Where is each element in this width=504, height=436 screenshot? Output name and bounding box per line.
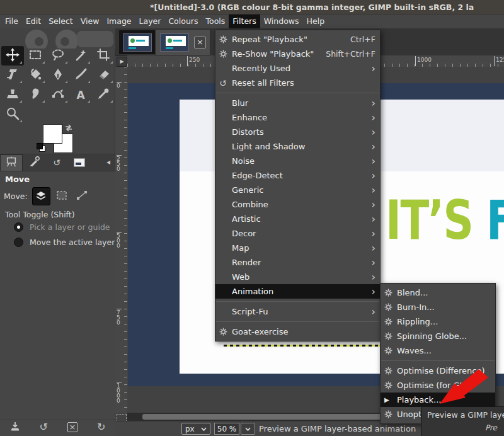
menu-item-reshow[interactable]: Re-Show "Playback" Shift+Ctrl+F (215, 47, 380, 61)
default-colors-icon[interactable] (37, 143, 45, 152)
tool-crop-button[interactable] (92, 46, 115, 66)
tool-eraser-button[interactable] (92, 66, 115, 85)
menu-select[interactable]: Select (45, 14, 77, 28)
menu-colours[interactable]: Colours (164, 14, 202, 28)
submenu-item-blend[interactable]: Blend... (381, 285, 495, 300)
menu-windows[interactable]: Windows (260, 14, 303, 28)
gimp-window: *[Untitled]-3.0 (RGB colour 8-bit gamma … (0, 0, 504, 436)
menu-item-repeat[interactable]: Repeat "Playback" Ctrl+F (215, 32, 380, 47)
menu-item-artistic[interactable]: Artistic› (215, 212, 380, 226)
menu-item-generic[interactable]: Generic› (215, 183, 380, 197)
menu-item-goat-exercise[interactable]: Goat-exercise (215, 324, 380, 339)
menu-item-distorts[interactable]: Distorts› (215, 125, 380, 139)
menu-item-edge-detect[interactable]: Edge-Detect› (215, 168, 380, 183)
menu-help[interactable]: Help (303, 14, 329, 28)
submenu-arrow-icon: › (372, 307, 375, 316)
image-tab-2[interactable]: × (155, 29, 210, 55)
menu-view[interactable]: View (77, 14, 103, 28)
tool-shear-button[interactable] (1, 66, 24, 85)
v-ruler-label: 500 (117, 232, 122, 248)
close-tab-icon[interactable]: × (194, 37, 206, 49)
menu-item-combine[interactable]: Combine› (215, 197, 380, 212)
menu-item-reset-all-filters[interactable]: ↺ Reset all Filters (215, 76, 380, 90)
menu-item-noise[interactable]: Noise› (215, 154, 380, 168)
filters-menu: Repeat "Playback" Ctrl+F Re-Show "Playba… (215, 30, 381, 341)
tab-device-status[interactable] (23, 154, 45, 171)
tool-move-button[interactable] (1, 46, 24, 66)
collapse-dock-icon[interactable]: ◂ (104, 157, 113, 167)
chevron-down-icon (245, 427, 251, 431)
menu-item-web[interactable]: Web› (215, 270, 380, 284)
menu-tools[interactable]: Tools (202, 14, 229, 28)
tool-text-button[interactable]: A (69, 85, 92, 105)
image-tab-1[interactable] (119, 30, 155, 54)
menu-separator (216, 93, 379, 93)
path-icon (75, 188, 89, 205)
menu-layer[interactable]: Layer (135, 14, 165, 28)
menu-item-blur[interactable]: Blur› (215, 96, 380, 110)
delete-preset-icon[interactable]: × (67, 422, 77, 432)
zoom-select-button[interactable] (241, 423, 255, 435)
submenu-item-optimise-gif[interactable]: Optimise (for GIF) (381, 378, 495, 393)
menu-item-animation[interactable]: Animation› (215, 284, 380, 299)
swap-colors-icon[interactable] (64, 123, 73, 135)
menu-image[interactable]: Image (103, 14, 135, 28)
menu-item-decor[interactable]: Decor› (215, 226, 380, 241)
menu-item-light-and-shadow[interactable]: Light and Shadow› (215, 139, 380, 154)
tool-paintbrush-button[interactable] (69, 66, 92, 85)
restore-preset-icon[interactable]: ↺ (40, 422, 48, 433)
reset-tool-icon[interactable]: ↻ (97, 422, 105, 433)
vertical-ruler[interactable]: 0 250 500 750 1000 (115, 67, 128, 413)
save-preset-icon[interactable] (10, 421, 20, 433)
submenu-arrow-icon: › (372, 157, 375, 166)
submenu-arrow-icon: › (372, 128, 375, 137)
move-layer-button[interactable] (32, 187, 50, 205)
zoom-level-field[interactable]: 50 % (214, 423, 239, 435)
text-icon: A (76, 89, 84, 101)
menu-item-script-fu[interactable]: Script-Fu› (215, 304, 380, 319)
gear-icon (384, 303, 395, 311)
clone-icon (6, 87, 20, 103)
move-selection-button[interactable] (54, 188, 71, 205)
tool-color-picker-button[interactable] (92, 85, 115, 105)
foreground-color-swatch[interactable] (43, 124, 62, 144)
submenu-item-burn-in[interactable]: Burn-In... (381, 300, 495, 314)
tool-toggle-label: Tool Toggle (Shift) (5, 210, 75, 219)
menu-edit[interactable]: Edit (22, 14, 45, 28)
image-menu-corner-button[interactable]: ▶ (117, 57, 127, 67)
submenu-arrow-icon: › (372, 200, 375, 209)
submenu-item-waves[interactable]: Waves... (381, 343, 495, 358)
tool-ink-button[interactable] (47, 66, 69, 85)
tab-image-thumbnail[interactable] (68, 154, 91, 171)
menu-item-recently-used[interactable]: Recently Used › (215, 61, 380, 76)
menu-filters[interactable]: Filters (229, 14, 260, 28)
tool-clone-button[interactable] (1, 85, 24, 105)
menu-item-enhance[interactable]: Enhance› (215, 110, 380, 125)
submenu-item-playback[interactable]: ▶ Playback... (381, 393, 495, 407)
radio-pick-layer[interactable]: Pick a layer or guide (14, 222, 110, 232)
tab-undo-history[interactable]: ↺ (45, 154, 68, 171)
v-ruler-label: 250 (117, 155, 122, 171)
menu-item-render[interactable]: Render› (215, 255, 380, 270)
tool-bucket-fill-button[interactable] (24, 66, 47, 85)
submenu-item-optimise-difference[interactable]: Optimise (Difference) (381, 364, 495, 378)
submenu-arrow-icon: › (372, 113, 375, 122)
free-select-icon (51, 48, 65, 64)
unit-select[interactable]: px (181, 423, 210, 435)
radio-move-active-layer[interactable]: Move the active layer (14, 238, 115, 247)
play-icon: ▶ (384, 396, 389, 403)
move-path-button[interactable] (74, 188, 91, 205)
submenu-item-rippling[interactable]: Rippling... (381, 314, 495, 329)
menu-item-map[interactable]: Map› (215, 241, 380, 255)
tab-tool-options[interactable] (0, 154, 23, 171)
tool-smudge-button[interactable] (24, 85, 47, 105)
menu-file[interactable]: File (1, 14, 22, 28)
submenu-item-spinning-globe[interactable]: Spinning Globe... (381, 329, 495, 343)
gear-icon (219, 328, 230, 336)
tool-fuzzy-select-button[interactable] (69, 46, 92, 66)
tool-paths-button[interactable] (47, 85, 69, 105)
tool-free-select-button[interactable] (47, 46, 69, 66)
tool-rectangle-select-button[interactable] (24, 46, 47, 66)
tool-zoom-button[interactable] (1, 105, 24, 124)
color-picker-icon (96, 87, 110, 103)
